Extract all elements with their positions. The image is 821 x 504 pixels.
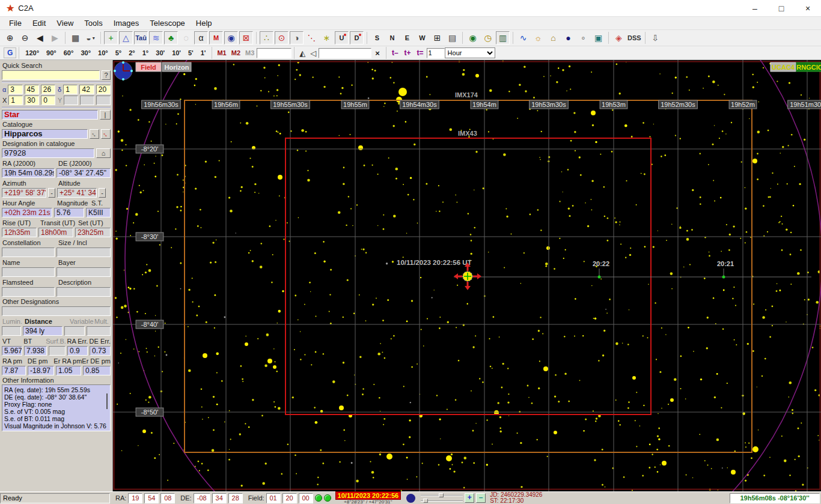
catalogue-next-icon[interactable]: ↔ [101,129,111,139]
marker-m3-button[interactable]: M3 [243,49,257,56]
object-panel-icon[interactable]: ▥ [496,31,510,44]
menu-view[interactable]: View [51,17,79,30]
status-field-s[interactable]: 00 [299,493,313,503]
dss-image-icon[interactable]: DSS [627,31,642,44]
west-icon[interactable]: W [415,31,429,44]
catalogue-field[interactable]: Hipparcos [2,129,88,139]
ccd-frame-icon[interactable]: ◈ [612,31,626,44]
designation-field[interactable]: 97928 [2,148,94,158]
time-back-button[interactable]: – [476,493,486,503]
de-m-field[interactable]: 42 [79,85,94,94]
horizon-view-icon[interactable]: ◒▾ [84,31,97,44]
sun-options-icon[interactable]: ☼ [531,31,545,44]
status-ra-h[interactable]: 19 [128,493,142,503]
time-unit-select[interactable]: Hour [445,47,495,58]
fov-5min[interactable]: 5' [185,49,197,56]
badge-rngcic[interactable]: RNGCIC [796,62,821,71]
time-slider[interactable] [421,493,463,497]
selected-object-marker[interactable] [454,263,481,290]
status-datetime[interactable]: 10/11/2023 20:22:56 [335,491,401,500]
fov-30deg[interactable]: 30° [77,49,94,56]
constellation-lines-icon[interactable]: △ [119,31,133,44]
fov-10deg[interactable]: 10° [94,49,112,56]
fov-30min[interactable]: 30' [152,49,168,56]
zoom-out-icon[interactable]: ⊖ [18,31,32,44]
previous-view-icon[interactable]: ◀ [33,31,47,44]
minimize-button[interactable]: – [742,0,768,17]
de-d-field[interactable]: 1 [63,85,78,94]
comets-icon[interactable]: ∗ [320,31,334,44]
constellation-names-icon[interactable]: Taû [134,31,148,44]
fov-60deg[interactable]: 60° [60,49,78,56]
ra-s-field[interactable]: 26 [41,85,55,94]
y1-field[interactable] [64,96,78,105]
de-s-field[interactable]: 20 [96,85,111,94]
star-cluster-icon[interactable]: ∴ [260,31,273,44]
toolbar-search-input[interactable] [319,48,371,58]
dwarf-planets-icon[interactable]: D [350,31,364,44]
menu-tools[interactable]: Tools [79,17,108,30]
menu-file[interactable]: File [4,17,27,30]
close-button[interactable]: × [795,0,821,17]
fov-5deg[interactable]: 5° [112,49,126,56]
menu-edit[interactable]: Edit [27,17,51,30]
object-type-button[interactable]: | [100,110,111,120]
time-minus-button[interactable]: t– [389,49,401,57]
info-scrollbar[interactable] [106,393,108,409]
fov-1deg[interactable]: 1° [139,49,153,56]
camera-icon[interactable]: ▣ [591,31,605,44]
speed-slider[interactable] [421,499,463,503]
sky-chart-canvas[interactable]: IMX174IMX4320:2220:2119h56m30s19h56m19h5… [113,60,821,491]
zoom-in-icon[interactable]: ⊕ [3,31,17,44]
badge-field[interactable]: Field [136,62,161,71]
menu-telescope[interactable]: Telescope [144,17,191,30]
night-mode-icon[interactable]: ● [561,31,575,44]
status-field-d[interactable]: 01 [266,493,281,503]
fov-90deg[interactable]: 90° [43,49,60,56]
badge-ucac4[interactable]: UCAC4 [771,62,796,71]
status-de-m[interactable]: 34 [212,493,227,503]
clear-search-icon[interactable]: × [371,49,383,58]
deepsky-objects-icon[interactable]: ◉ [224,31,238,44]
maximize-button[interactable]: □ [768,0,795,17]
messier-icon[interactable]: M [209,31,223,44]
asteroids-icon[interactable]: ⋱ [305,31,319,44]
flip-horizontal-icon[interactable]: ◭ [297,49,308,58]
ra-h-field[interactable]: 3 [8,85,22,94]
ra-m-field[interactable]: 45 [25,85,39,94]
compass-rose[interactable] [114,61,133,80]
flip-vertical-icon[interactable]: ◁ [308,49,319,58]
azimuth-minus-button[interactable]: - [48,188,55,198]
status-de-s[interactable]: 28 [228,493,243,503]
clock-icon[interactable]: ◷ [481,31,495,44]
quick-search-input[interactable] [2,70,100,80]
status-de-d[interactable]: -08 [194,493,210,503]
search-help-button[interactable]: ? [102,70,111,80]
goto-object-button[interactable]: ⌂ [96,148,111,158]
deepsky-outline-icon[interactable]: ◌ [179,31,193,44]
x2-field[interactable]: 30 [25,96,39,105]
menu-images[interactable]: Images [108,17,145,30]
satellites-icon[interactable]: ∘ [576,31,590,44]
earth-icon[interactable]: ◉ [466,31,480,44]
next-view-icon[interactable]: ▶ [48,31,62,44]
east-icon[interactable]: E [400,31,414,44]
grid-icon[interactable]: ▦ [69,31,82,44]
altitude-minus-button[interactable]: - [99,188,106,198]
badge-horizon[interactable]: Horizon [162,62,191,71]
ephemeris-icon[interactable]: ∿ [516,31,530,44]
y3-field[interactable] [96,96,111,105]
time-plus-button[interactable]: t+ [401,49,414,57]
south-icon[interactable]: S [370,31,384,44]
horizon-fill-icon[interactable]: ▤ [445,31,459,44]
sky-chart[interactable]: IMX174IMX4320:2220:2119h56m30s19h56m19h5… [113,60,821,491]
star-names-icon[interactable]: α [194,31,208,44]
marker-m1-button[interactable]: M1 [215,49,228,56]
x3-field[interactable]: 0 [41,96,55,105]
status-ra-m[interactable]: 54 [144,493,159,503]
dome-icon[interactable]: ⌂ [546,31,560,44]
time-now-button[interactable]: t= [414,49,427,57]
telescope-link-icon[interactable]: ⇩ [649,31,662,44]
status-field-m[interactable]: 20 [282,493,297,503]
fov-2deg[interactable]: 2° [125,49,139,56]
